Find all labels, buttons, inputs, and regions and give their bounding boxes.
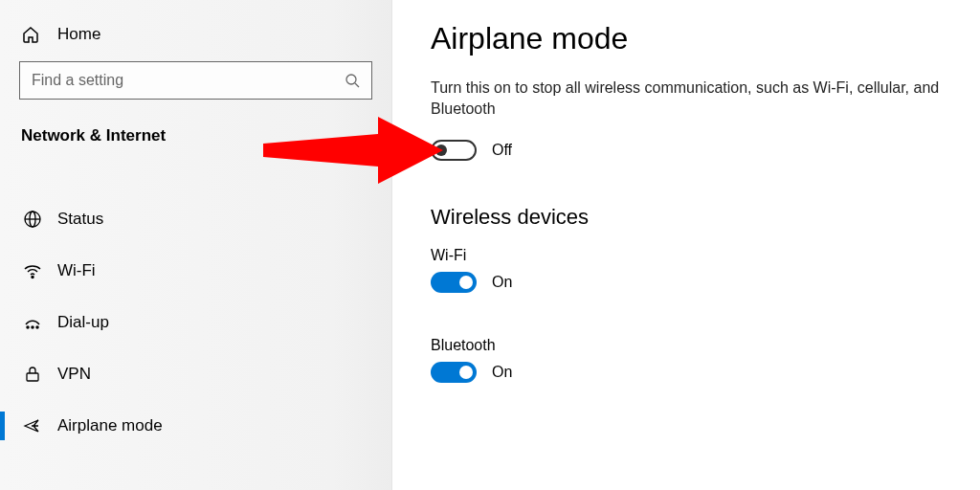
wireless-heading: Wireless devices — [431, 205, 980, 230]
search-icon — [345, 73, 360, 88]
svg-point-7 — [32, 326, 33, 328]
home-icon — [21, 25, 44, 44]
nav-list: Status Wi-Fi Dial-up — [0, 193, 391, 452]
svg-point-0 — [346, 75, 356, 84]
bluetooth-label: Bluetooth — [431, 337, 980, 354]
sidebar-item-label: VPN — [57, 365, 91, 384]
svg-point-5 — [32, 277, 33, 278]
sidebar-item-label: Status — [57, 210, 103, 229]
wifi-block: Wi-Fi On — [431, 247, 980, 293]
sidebar-item-home[interactable]: Home — [0, 19, 391, 61]
sidebar-item-dialup[interactable]: Dial-up — [0, 297, 391, 348]
airplane-toggle-row: Off — [431, 140, 980, 161]
globe-icon — [21, 210, 44, 229]
airplane-toggle-state: Off — [492, 142, 512, 159]
search-box[interactable] — [19, 61, 372, 100]
vpn-icon — [21, 365, 44, 384]
dialup-icon — [21, 313, 44, 332]
home-label: Home — [57, 25, 100, 44]
sidebar-item-status[interactable]: Status — [0, 193, 391, 245]
wifi-toggle-state: On — [492, 274, 512, 291]
bluetooth-toggle-state: On — [492, 364, 512, 381]
main: Airplane mode Turn this on to stop all w… — [392, 0, 980, 490]
wifi-icon — [21, 261, 44, 280]
sidebar: Home Network & Internet Status — [0, 0, 392, 490]
airplane-toggle[interactable] — [431, 140, 477, 161]
sidebar-item-wifi[interactable]: Wi-Fi — [0, 245, 391, 297]
sidebar-item-label: Dial-up — [57, 313, 109, 332]
sidebar-item-airplane-mode[interactable]: Airplane mode — [0, 400, 391, 452]
airplane-icon — [21, 416, 44, 435]
svg-rect-9 — [27, 373, 38, 381]
page-title: Airplane mode — [431, 21, 980, 56]
wifi-label: Wi-Fi — [431, 247, 980, 264]
wifi-toggle[interactable] — [431, 272, 477, 293]
sidebar-item-vpn[interactable]: VPN — [0, 348, 391, 400]
section-title: Network & Internet — [0, 117, 391, 165]
svg-line-1 — [355, 83, 359, 87]
svg-point-6 — [27, 326, 29, 328]
sidebar-item-label: Wi-Fi — [57, 261, 96, 280]
page-description: Turn this on to stop all wireless commun… — [431, 78, 967, 121]
search-input[interactable] — [32, 72, 345, 89]
sidebar-item-label: Airplane mode — [57, 416, 163, 435]
bluetooth-toggle[interactable] — [431, 362, 477, 383]
bluetooth-block: Bluetooth On — [431, 337, 980, 383]
svg-point-8 — [36, 326, 38, 328]
